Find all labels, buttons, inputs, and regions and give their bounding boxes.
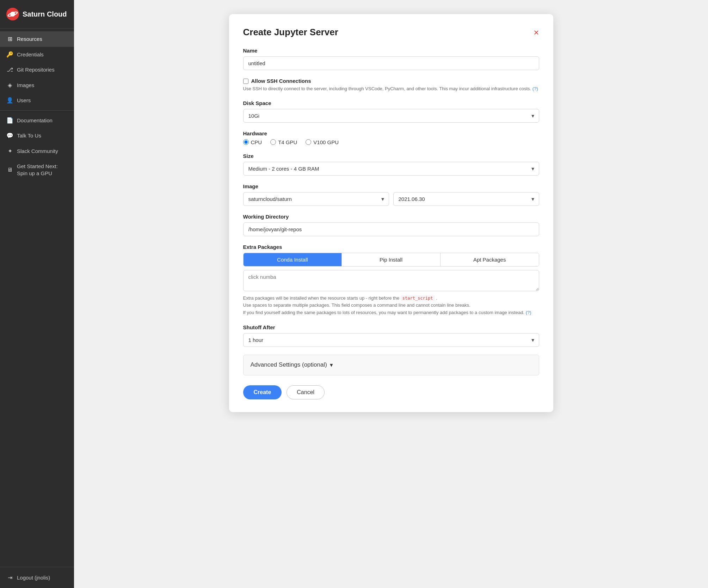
sidebar-item-label-git: Git Repositories [17,66,55,73]
sidebar-item-documentation[interactable]: 📄 Documentation [0,113,74,128]
sidebar-item-users[interactable]: 👤 Users [0,93,74,108]
extra-packages-label: Extra Packages [243,244,539,250]
sidebar-item-resources[interactable]: ⊞ Resources [0,31,74,47]
apt-tab[interactable]: Apt Packages [441,253,539,266]
cancel-button[interactable]: Cancel [287,385,325,399]
modal-header: Create Jupyter Server × [243,27,539,38]
sidebar-item-get-started[interactable]: 🖥 Get Started Next: Spin up a GPU [0,159,74,181]
sidebar-item-git-repositories[interactable]: ⎇ Git Repositories [0,62,74,78]
logo: Saturn Cloud [0,0,74,29]
resources-icon: ⊞ [6,36,13,42]
sidebar: Saturn Cloud ⊞ Resources 🔑 Credentials ⎇… [0,0,74,588]
sidebar-item-label-logout: Logout (jnolis) [17,574,50,581]
v100gpu-label: V100 GPU [313,139,339,145]
image-label: Image [243,183,539,189]
hardware-section: Hardware CPU T4 GPU V100 GPU [243,130,539,145]
working-dir-input[interactable] [243,222,539,236]
start-script-code: start_script [401,295,435,301]
extra-packages-section: Extra Packages Conda Install Pip Install… [243,244,539,317]
sidebar-item-label-docs: Documentation [17,117,53,124]
sidebar-bottom: ⇥ Logout (jnolis) [0,567,74,588]
image-version-select[interactable]: 2021.06.30 [393,192,539,206]
ssh-checkbox[interactable] [243,79,248,84]
users-icon: 👤 [6,97,13,104]
cpu-radio[interactable] [243,139,249,145]
size-select-wrapper: Small - 1 core - 2 GB RAM Medium - 2 cor… [243,162,539,176]
name-label: Name [243,48,539,54]
ssh-checkbox-row: Allow SSH Connections [243,78,539,84]
packages-textarea[interactable] [243,270,539,291]
packages-help-link[interactable]: (?) [526,310,531,315]
shutoff-select-wrapper: 1 hour 2 hours 4 hours 8 hours Never ▾ [243,333,539,347]
size-select[interactable]: Small - 1 core - 2 GB RAM Medium - 2 cor… [243,162,539,176]
logout-icon: ⇥ [6,574,13,581]
working-dir-label: Working Directory [243,214,539,220]
disk-select[interactable]: 10Gi 20Gi 50Gi 100Gi [243,109,539,123]
image-name-select-wrapper: saturncloud/saturn ▾ [243,192,389,206]
image-version-select-wrapper: 2021.06.30 ▾ [393,192,539,206]
packages-description: Extra packages will be installed when th… [243,295,539,317]
action-row: Create Cancel [243,385,539,399]
hardware-label: Hardware [243,130,539,136]
disk-label: Disk Space [243,100,539,106]
credentials-icon: 🔑 [6,51,13,58]
ssh-help-link[interactable]: (?) [532,86,538,91]
ssh-description: Use SSH to directly connect to the serve… [243,85,539,92]
size-label: Size [243,153,539,159]
saturn-cloud-logo-icon [6,8,19,20]
get-started-icon: 🖥 [6,167,13,173]
image-name-select[interactable]: saturncloud/saturn [243,192,389,206]
ssh-section: Allow SSH Connections Use SSH to directl… [243,78,539,92]
cpu-radio-item[interactable]: CPU [243,139,262,145]
modal-title: Create Jupyter Server [243,27,338,38]
create-jupyter-server-modal: Create Jupyter Server × Name Allow SSH C… [229,14,553,412]
name-section: Name [243,48,539,70]
image-section: Image saturncloud/saturn ▾ 2021.06.30 ▾ [243,183,539,206]
cpu-label: CPU [251,139,262,145]
t4gpu-radio[interactable] [270,139,276,145]
sidebar-item-label-get-started: Get Started Next: Spin up a GPU [17,163,68,177]
sidebar-item-images[interactable]: ◈ Images [0,78,74,93]
sidebar-item-talk-to-us[interactable]: 💬 Talk To Us [0,128,74,143]
t4gpu-label: T4 GPU [278,139,297,145]
sidebar-item-label-credentials: Credentials [17,51,44,58]
image-row: saturncloud/saturn ▾ 2021.06.30 ▾ [243,192,539,206]
name-input[interactable] [243,56,539,70]
size-section: Size Small - 1 core - 2 GB RAM Medium - … [243,153,539,176]
sidebar-item-label-resources: Resources [17,36,42,43]
disk-select-wrapper: 10Gi 20Gi 50Gi 100Gi ▾ [243,109,539,123]
close-button[interactable]: × [534,28,539,37]
v100gpu-radio-item[interactable]: V100 GPU [306,139,339,145]
shutoff-select[interactable]: 1 hour 2 hours 4 hours 8 hours Never [243,333,539,347]
talk-icon: 💬 [6,132,13,139]
packages-tabs: Conda Install Pip Install Apt Packages [243,253,539,267]
shutoff-section: Shutoff After 1 hour 2 hours 4 hours 8 h… [243,324,539,347]
advanced-settings[interactable]: Advanced Settings (optional) ▾ [243,355,539,375]
sidebar-nav: ⊞ Resources 🔑 Credentials ⎇ Git Reposito… [0,29,74,567]
sidebar-item-label-users: Users [17,97,31,104]
main-content: Create Jupyter Server × Name Allow SSH C… [74,0,708,588]
git-icon: ⎇ [6,66,13,73]
hardware-radio-group: CPU T4 GPU V100 GPU [243,139,539,145]
t4gpu-radio-item[interactable]: T4 GPU [270,139,297,145]
images-icon: ◈ [6,82,13,88]
slack-icon: ✦ [6,148,13,154]
sidebar-item-logout[interactable]: ⇥ Logout (jnolis) [0,570,74,586]
documentation-icon: 📄 [6,117,13,124]
pip-tab[interactable]: Pip Install [342,253,441,266]
shutoff-label: Shutoff After [243,324,539,330]
advanced-settings-label: Advanced Settings (optional) ▾ [251,361,532,369]
sidebar-item-slack-community[interactable]: ✦ Slack Community [0,143,74,159]
working-dir-section: Working Directory [243,214,539,236]
v100gpu-radio[interactable] [306,139,311,145]
create-button[interactable]: Create [243,385,282,399]
sidebar-item-label-slack: Slack Community [17,148,58,155]
sidebar-item-label-images: Images [17,82,34,89]
conda-tab[interactable]: Conda Install [244,253,342,266]
ssh-label[interactable]: Allow SSH Connections [251,78,311,84]
sidebar-item-label-talk: Talk To Us [17,132,41,139]
advanced-chevron-icon: ▾ [330,361,333,369]
logo-text: Saturn Cloud [23,10,67,18]
sidebar-item-credentials[interactable]: 🔑 Credentials [0,47,74,62]
disk-space-section: Disk Space 10Gi 20Gi 50Gi 100Gi ▾ [243,100,539,123]
